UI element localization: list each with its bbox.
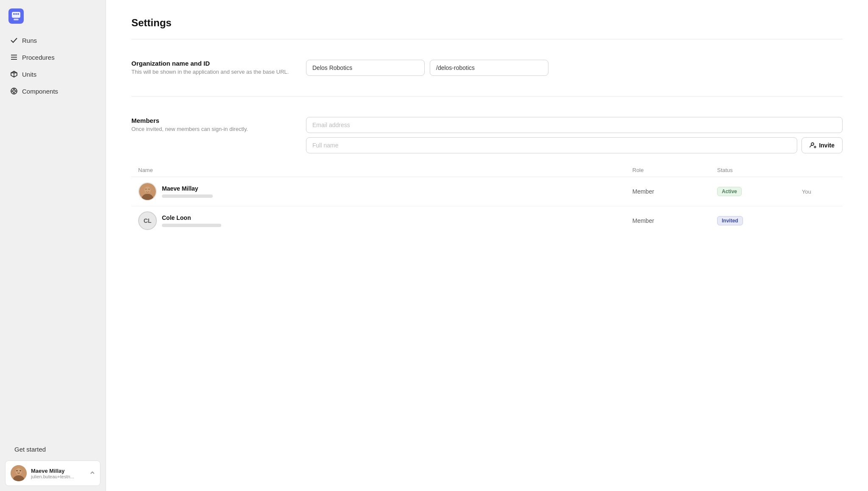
user-profile[interactable]: Maeve Millay julien.buteau+testn...	[5, 460, 100, 486]
org-name-input[interactable]	[306, 60, 425, 76]
sidebar-nav: Runs Procedures Units	[0, 31, 106, 436]
member-name: Cole Loon	[162, 214, 221, 221]
sidebar-item-components[interactable]: Components	[5, 83, 100, 99]
role-cell: Member	[632, 188, 717, 195]
full-name-input[interactable]	[306, 137, 797, 153]
member-info: Cole Loon	[162, 214, 221, 227]
user-info: Maeve Millay julien.buteau+testn...	[31, 468, 86, 479]
svg-point-24	[19, 470, 21, 472]
org-fields	[306, 60, 843, 76]
col-name: Name	[138, 167, 632, 173]
divider-mid	[131, 96, 843, 97]
get-started-button[interactable]: Get started	[5, 441, 100, 457]
check-icon	[10, 36, 18, 44]
svg-point-22	[16, 468, 22, 475]
status-cell: Invited	[717, 216, 802, 225]
sidebar-logo	[0, 0, 106, 31]
members-section-right: Invite	[306, 117, 843, 153]
role-cell: Member	[632, 217, 717, 224]
org-section: Organization name and ID This will be sh…	[131, 50, 843, 86]
members-section-desc: Once invited, new members can sign-in di…	[131, 126, 292, 132]
email-input[interactable]	[306, 117, 843, 133]
col-role: Role	[632, 167, 717, 173]
email-row	[306, 117, 843, 133]
svg-rect-2	[14, 19, 19, 20]
org-section-title: Organization name and ID	[131, 60, 292, 67]
member-info: Maeve Millay	[162, 185, 213, 198]
svg-point-3	[13, 13, 15, 15]
org-section-right	[306, 60, 843, 76]
sidebar-item-units-label: Units	[22, 71, 36, 78]
person-add-icon	[810, 142, 816, 149]
member-bar	[162, 224, 221, 227]
status-badge: Invited	[717, 216, 743, 225]
sidebar-bottom: Get started Maeve Millay julien.buteau+t…	[0, 436, 106, 491]
members-section-left: Members Once invited, new members can si…	[131, 117, 292, 132]
svg-point-5	[17, 13, 19, 15]
you-label: You	[802, 189, 836, 195]
avatar: CL	[138, 211, 157, 230]
main-content: Settings Organization name and ID This w…	[106, 0, 868, 491]
divider-top	[131, 39, 843, 39]
chevron-up-icon	[90, 470, 95, 477]
status-cell: Active	[717, 187, 802, 196]
user-name: Maeve Millay	[31, 468, 86, 474]
col-status: Status	[717, 167, 802, 173]
sidebar-item-procedures-label: Procedures	[22, 54, 55, 61]
members-table: Name Role Status	[131, 164, 843, 235]
sidebar: Runs Procedures Units	[0, 0, 106, 491]
cube-icon	[10, 70, 18, 78]
svg-point-4	[15, 13, 17, 15]
get-started-label: Get started	[14, 446, 46, 453]
org-section-left: Organization name and ID This will be sh…	[131, 60, 292, 75]
svg-point-33	[145, 186, 151, 193]
sidebar-item-components-label: Components	[22, 88, 58, 95]
member-name: Maeve Millay	[162, 185, 213, 192]
svg-point-11	[13, 90, 15, 92]
status-badge: Active	[717, 187, 742, 196]
member-cell: CL Cole Loon	[138, 211, 632, 230]
table-header: Name Role Status	[131, 164, 843, 177]
sidebar-item-procedures[interactable]: Procedures	[5, 49, 100, 65]
org-id-input[interactable]	[430, 60, 548, 76]
table-row: CL Cole Loon Member Invited	[131, 206, 843, 235]
page-title: Settings	[131, 17, 843, 29]
name-invite-row: Invite	[306, 137, 843, 153]
invite-button[interactable]: Invite	[801, 137, 843, 153]
member-cell: Maeve Millay	[138, 182, 632, 201]
sidebar-item-units[interactable]: Units	[5, 66, 100, 82]
members-section: Members Once invited, new members can si…	[131, 107, 843, 245]
user-email: julien.buteau+testn...	[31, 474, 86, 479]
app-logo-icon	[8, 8, 24, 24]
svg-point-23	[16, 470, 18, 472]
avatar	[138, 182, 157, 201]
member-bar	[162, 194, 213, 198]
members-two-col: Members Once invited, new members can si…	[131, 117, 843, 153]
list-icon	[10, 53, 18, 61]
col-extra	[802, 167, 836, 173]
org-two-col: Organization name and ID This will be sh…	[131, 60, 843, 76]
sidebar-item-runs-label: Runs	[22, 37, 37, 44]
sidebar-item-runs[interactable]: Runs	[5, 32, 100, 48]
user-avatar	[11, 465, 27, 481]
members-section-title: Members	[131, 117, 292, 124]
invite-label: Invite	[819, 142, 835, 149]
table-row: Maeve Millay Member Active You	[131, 177, 843, 206]
components-icon	[10, 87, 18, 95]
org-section-desc: This will be shown in the application an…	[131, 69, 292, 75]
